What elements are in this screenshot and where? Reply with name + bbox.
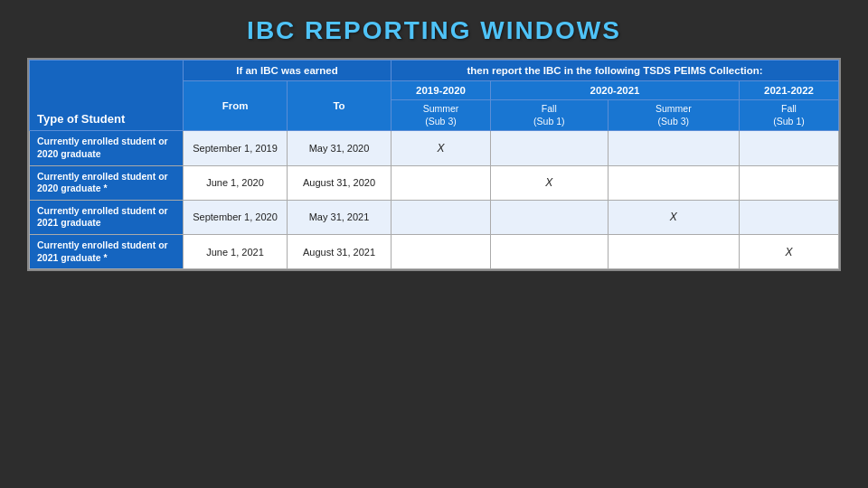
row-to-cell: August 31, 2021: [288, 235, 392, 269]
row-x-cell: [392, 165, 491, 200]
sub-summer-2019: Summer(Sub 3): [392, 100, 491, 131]
col-to-header: To: [288, 81, 392, 131]
row-x-cell: [392, 200, 491, 234]
row-x-cell: X: [608, 200, 739, 234]
col-type-header: Type of Student: [30, 61, 184, 131]
row-from-cell: September 1, 2020: [184, 200, 288, 234]
row-x-cell: [608, 165, 739, 200]
row-type-cell: Currently enrolled student or 2021 gradu…: [30, 235, 184, 269]
row-x-cell: [740, 131, 839, 165]
row-from-cell: June 1, 2021: [184, 235, 288, 269]
table-row: Currently enrolled student or 2020 gradu…: [30, 131, 839, 165]
row-x-cell: X: [491, 165, 609, 200]
col-ibc-earned-header: If an IBC was earned: [184, 61, 392, 81]
row-x-cell: [608, 235, 739, 269]
row-to-cell: May 31, 2020: [288, 131, 392, 165]
year-2020-2021: 2020-2021: [491, 81, 740, 100]
row-x-cell: X: [740, 235, 839, 269]
col-report-header: then report the IBC in the following TSD…: [392, 61, 839, 81]
table-row: Currently enrolled student or 2021 gradu…: [30, 200, 839, 234]
ibc-table: Type of Student If an IBC was earned the…: [29, 60, 839, 269]
year-2019-2020: 2019-2020: [392, 81, 491, 100]
col-from-header: From: [184, 81, 288, 131]
row-x-cell: [740, 200, 839, 234]
year-2021-2022: 2021-2022: [740, 81, 839, 100]
sub-summer-2020: Summer(Sub 3): [608, 100, 739, 131]
sub-fall-2021: Fall(Sub 1): [740, 100, 839, 131]
row-x-cell: [491, 200, 609, 234]
row-type-cell: Currently enrolled student or 2021 gradu…: [30, 200, 184, 234]
row-type-cell: Currently enrolled student or 2020 gradu…: [30, 131, 184, 165]
table-wrapper: Type of Student If an IBC was earned the…: [27, 58, 841, 271]
row-x-cell: [740, 165, 839, 200]
row-from-cell: September 1, 2019: [184, 131, 288, 165]
sub-fall-2020: Fall(Sub 1): [491, 100, 609, 131]
row-x-cell: [608, 131, 739, 165]
row-from-cell: June 1, 2020: [184, 165, 288, 200]
row-x-cell: [392, 235, 491, 269]
row-to-cell: August 31, 2020: [288, 165, 392, 200]
row-x-cell: [491, 131, 609, 165]
page-title: IBC REPORTING WINDOWS: [247, 16, 621, 45]
row-to-cell: May 31, 2021: [288, 200, 392, 234]
table-row: Currently enrolled student or 2020 gradu…: [30, 165, 839, 200]
table-row: Currently enrolled student or 2021 gradu…: [30, 235, 839, 269]
row-x-cell: X: [392, 131, 491, 165]
row-x-cell: [491, 235, 609, 269]
row-type-cell: Currently enrolled student or 2020 gradu…: [30, 165, 184, 200]
